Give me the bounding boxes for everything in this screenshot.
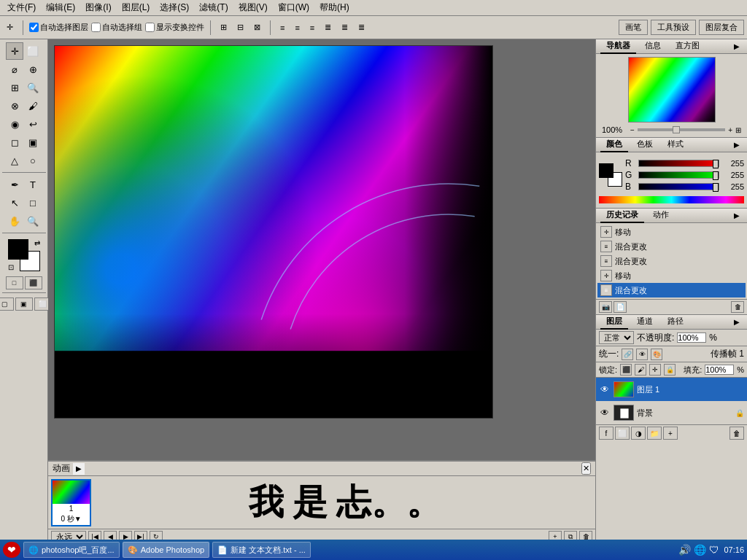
distrib-btn1[interactable]: ≡	[276, 21, 288, 34]
show-transform-input[interactable]	[145, 23, 155, 32]
foreground-color-swatch[interactable]	[8, 239, 28, 260]
channel-r-slider[interactable]	[638, 160, 719, 167]
animation-close-btn[interactable]: ✕	[581, 462, 591, 475]
lock-transparent-btn[interactable]: ⬛	[620, 364, 632, 376]
lock-pixels-btn[interactable]: 🖌	[635, 364, 646, 376]
blur-tool[interactable]: △	[6, 152, 23, 169]
lock-all-btn[interactable]: 🔒	[664, 364, 676, 376]
history-menu-btn[interactable]: ▶	[731, 210, 743, 222]
align-left-btn[interactable]: ⊞	[217, 20, 231, 34]
taskbar-volume-icon[interactable]: 🔊	[678, 544, 691, 556]
menu-file[interactable]: 文件(F)	[3, 0, 40, 15]
layer-2-visibility[interactable]: 👁	[599, 407, 611, 419]
auto-select-layer-input[interactable]	[29, 23, 39, 32]
reset-colors-icon[interactable]: ⊡	[8, 263, 14, 271]
distrib-btn3[interactable]: ≡	[306, 21, 318, 34]
hand-tool[interactable]: ✋	[6, 212, 23, 230]
show-transform-check[interactable]: 显示变换控件	[145, 22, 204, 33]
channel-g-handle[interactable]	[713, 171, 719, 180]
tab-paths[interactable]: 路径	[662, 315, 689, 330]
auto-select-group-input[interactable]	[91, 23, 101, 32]
distrib-btn4[interactable]: ≣	[321, 20, 335, 34]
path-select-tool[interactable]: ↖	[6, 194, 23, 211]
tab-history[interactable]: 历史记录	[600, 208, 644, 223]
clone-tool[interactable]: ◉	[6, 115, 23, 133]
tab-swatches[interactable]: 色板	[631, 137, 659, 152]
tab-navigator[interactable]: 导航器	[600, 39, 636, 54]
layer-adjustment-btn[interactable]: ◑	[631, 427, 646, 440]
history-item-1[interactable]: ✛ 移动	[597, 225, 746, 239]
layer-group-btn[interactable]: 📁	[647, 427, 662, 440]
lock-position-btn[interactable]: ✛	[649, 364, 661, 376]
unify-style-btn[interactable]: 🎨	[651, 349, 662, 360]
unify-vis-btn[interactable]: 👁	[636, 349, 648, 360]
layer-new-btn[interactable]: +	[663, 427, 678, 440]
menu-window[interactable]: 窗口(W)	[274, 0, 314, 15]
layers-menu-btn[interactable]: ▶	[731, 316, 743, 328]
blend-mode-select[interactable]: 正常	[599, 331, 634, 344]
pen-tool[interactable]: ✒	[6, 176, 23, 193]
eyedropper-tool[interactable]: 🔍	[24, 79, 42, 96]
tab-channels[interactable]: 通道	[631, 315, 659, 330]
history-delete-btn[interactable]: 🗑	[731, 301, 744, 313]
color-menu-btn[interactable]: ▶	[731, 139, 743, 151]
history-item-2[interactable]: ≡ 混合更改	[597, 239, 746, 254]
dodge-tool[interactable]: ○	[24, 152, 42, 169]
align-center-btn[interactable]: ⊟	[233, 20, 247, 34]
nav-zoom-in-btn[interactable]: +	[728, 126, 732, 134]
channel-b-slider[interactable]	[638, 183, 719, 190]
taskbar-item-3[interactable]: 📄 新建 文本文档.txt - ...	[212, 542, 311, 558]
menu-select[interactable]: 选择(S)	[155, 0, 193, 15]
screen-mode-btn1[interactable]: ▢	[0, 298, 14, 311]
auto-select-group-check[interactable]: 自动选择组	[91, 22, 142, 33]
tab-layers[interactable]: 图层	[600, 315, 628, 330]
history-item-4[interactable]: ✛ 移动	[597, 268, 746, 283]
menu-help[interactable]: 帮助(H)	[315, 0, 354, 15]
healing-tool[interactable]: ⊗	[6, 97, 23, 114]
tab-styles[interactable]: 样式	[662, 137, 689, 152]
tab-info[interactable]: 信息	[639, 39, 667, 54]
navigator-menu-btn[interactable]: ▶	[731, 41, 743, 52]
layer-row-2[interactable]: 👁 背景 🔒	[596, 401, 747, 424]
distrib-btn5[interactable]: ≣	[338, 20, 352, 34]
tool-preset-btn[interactable]: 工具预设	[651, 20, 696, 35]
brush-tool[interactable]: 🖌	[24, 97, 42, 114]
navigator-zoom-thumb[interactable]	[673, 126, 680, 133]
layer-fx-btn[interactable]: f	[599, 427, 614, 440]
animation-frame-1[interactable]: 1 0 秒▼	[51, 479, 91, 526]
swap-colors-icon[interactable]: ⇄	[34, 239, 40, 247]
history-item-3[interactable]: ≡ 混合更改	[597, 254, 746, 268]
quick-select-tool[interactable]: ⊕	[24, 61, 42, 78]
menu-layer[interactable]: 图层(L)	[117, 0, 155, 15]
layer-row-1[interactable]: 👁 图层 1	[596, 378, 747, 401]
distrib-btn2[interactable]: ≡	[291, 21, 303, 34]
quick-mask-btn[interactable]: ⬛	[25, 276, 42, 289]
channel-g-slider[interactable]	[638, 171, 719, 179]
navigator-zoom-slider[interactable]	[638, 128, 725, 131]
crop-tool[interactable]: ⊞	[6, 79, 23, 96]
eraser-tool[interactable]: ◻	[6, 133, 23, 151]
main-canvas[interactable]	[55, 46, 492, 418]
menu-image[interactable]: 图像(I)	[81, 0, 115, 15]
color-fg-box[interactable]	[599, 163, 614, 178]
history-item-5[interactable]: ≡ 混合更改	[597, 283, 746, 298]
layer-mask-btn[interactable]: ⬜	[615, 427, 630, 440]
taskbar-start-btn[interactable]: ❤	[3, 542, 20, 558]
opacity-input[interactable]	[677, 332, 706, 343]
channel-b-handle[interactable]	[713, 183, 719, 192]
animation-frame-time-1[interactable]: 0 秒▼	[61, 513, 81, 525]
tab-color[interactable]: 颜色	[600, 137, 628, 152]
move-tool[interactable]: ✛	[6, 42, 23, 60]
history-new-doc-btn[interactable]: 📄	[614, 301, 627, 313]
lasso-tool[interactable]: ⌀	[6, 61, 23, 78]
menu-edit[interactable]: 编辑(E)	[42, 0, 80, 15]
menu-filter[interactable]: 滤镜(T)	[195, 0, 232, 15]
screen-mode-btn2[interactable]: ▣	[15, 298, 33, 311]
tab-histogram[interactable]: 直方图	[670, 39, 705, 54]
layer-delete-btn[interactable]: 🗑	[729, 427, 744, 440]
taskbar-security-icon[interactable]: 🛡	[709, 544, 719, 556]
tab-actions[interactable]: 动作	[647, 208, 675, 223]
auto-select-layer-check[interactable]: 自动选择图层	[29, 22, 88, 33]
unify-pos-btn[interactable]: 🔗	[622, 349, 633, 360]
history-snapshot-btn[interactable]: 📷	[599, 301, 612, 313]
